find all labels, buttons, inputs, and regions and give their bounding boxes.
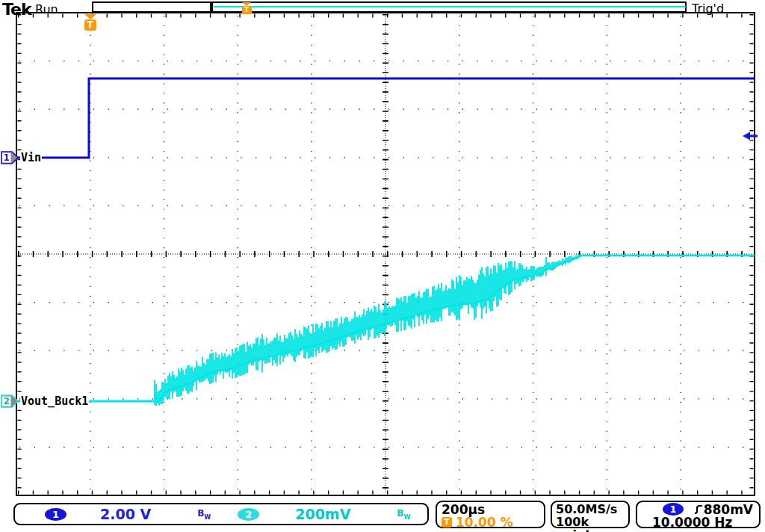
sample-rate: 50.0MS/s <box>556 503 628 516</box>
ch1-badge[interactable]: 1 <box>45 508 66 521</box>
record-trigger-flag-icon[interactable]: T <box>241 2 252 14</box>
ch1-ground-marker[interactable]: 1 <box>1 151 19 164</box>
acquisition-readout[interactable]: 50.0MS/s 100k points <box>551 501 630 528</box>
ch2-bandwidth-icon: BW <box>397 507 410 521</box>
record-view-pretrigger[interactable] <box>92 1 211 13</box>
svg-text:2: 2 <box>4 396 10 406</box>
ch2-ground-marker[interactable]: 2 <box>1 395 19 408</box>
trigger-position-flag-icon[interactable]: T <box>84 14 96 31</box>
trigger-source-badge: 1 <box>663 503 684 516</box>
rising-edge-slope-icon <box>694 504 704 516</box>
acquisition-status: Run <box>35 2 58 16</box>
ch2-label: Vout_Buck1 <box>20 395 89 407</box>
trigger-level-arrow-icon[interactable] <box>742 131 760 141</box>
trigger-frequency: 10.0000 Hz <box>652 516 759 529</box>
trigger-position-percent: 10.00 % <box>456 515 513 530</box>
vertical-readout[interactable]: 1 2.00 V BW 2 200mV BW <box>13 503 429 525</box>
ch1-label: Vin <box>20 152 42 164</box>
graticule <box>0 0 765 532</box>
record-preview-line <box>214 6 686 7</box>
tek-logo: Tek <box>2 0 31 19</box>
trigger-status: Trig'd <box>692 1 724 16</box>
trigger-readout[interactable]: 1 880mV 10.0000 Hz <box>636 501 761 528</box>
ch1-bandwidth-icon: BW <box>197 507 211 521</box>
waveform-traces <box>16 78 755 406</box>
trigger-flag-box: T <box>242 6 252 14</box>
time-per-div: 200µs <box>442 503 544 516</box>
horizontal-readout[interactable]: 200µs T 10.00 % <box>436 501 545 528</box>
oscilloscope-screen: Tek Run Trig'd T T 1 Vin 2 Vout_Buck1 1 … <box>0 0 765 532</box>
trigger-t-badge-icon: T <box>442 517 452 528</box>
record-view-window[interactable]: T <box>211 1 687 13</box>
trigger-flag-triangle <box>84 14 96 19</box>
ch1-scale: 2.00 V <box>100 506 151 522</box>
ch2-badge[interactable]: 2 <box>238 508 259 521</box>
record-length: 100k points <box>556 516 628 532</box>
svg-text:1: 1 <box>4 152 10 163</box>
trigger-flag-box: T <box>84 19 96 31</box>
ch2-scale: 200mV <box>295 506 350 522</box>
